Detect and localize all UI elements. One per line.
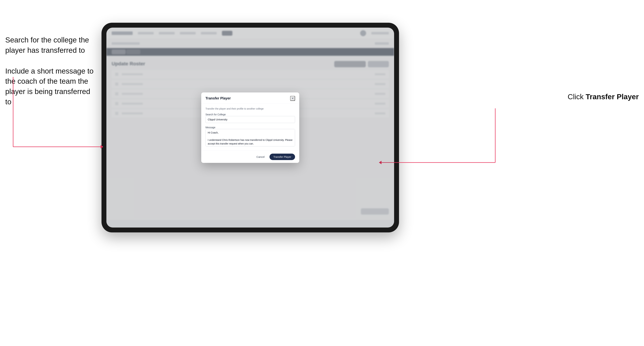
modal-close-button[interactable]: ✕: [290, 96, 295, 101]
annotation-text-2: Include a short message to the coach of …: [5, 66, 96, 107]
tablet-frame: Update Roster: [102, 23, 399, 232]
modal-footer: Cancel Transfer Player: [201, 151, 299, 163]
message-textarea[interactable]: Hi Coach, I understand Chris Robertson h…: [206, 129, 295, 147]
annotation-text-1: Search for the college the player has tr…: [5, 35, 96, 56]
message-label: Message: [206, 126, 216, 129]
modal-header: Transfer Player ✕: [201, 92, 299, 104]
annotation-right-text: Click Transfer Player: [568, 93, 639, 101]
annotation-right: Click Transfer Player: [568, 93, 639, 101]
modal-overlay: Transfer Player ✕ Transfer the player an…: [106, 28, 394, 227]
transfer-player-button[interactable]: Transfer Player: [270, 154, 295, 160]
modal-title: Transfer Player: [206, 96, 231, 100]
annotation-left: Search for the college the player has tr…: [5, 35, 96, 118]
search-college-label: Search for College: [206, 113, 226, 116]
transfer-player-modal: Transfer Player ✕ Transfer the player an…: [201, 92, 299, 163]
search-college-input[interactable]: [206, 116, 295, 123]
modal-subtitle: Transfer the player and their profile to…: [206, 107, 295, 110]
modal-body: Transfer the player and their profile to…: [201, 104, 299, 151]
tablet-screen: Update Roster: [106, 28, 394, 227]
cancel-button[interactable]: Cancel: [254, 154, 268, 160]
